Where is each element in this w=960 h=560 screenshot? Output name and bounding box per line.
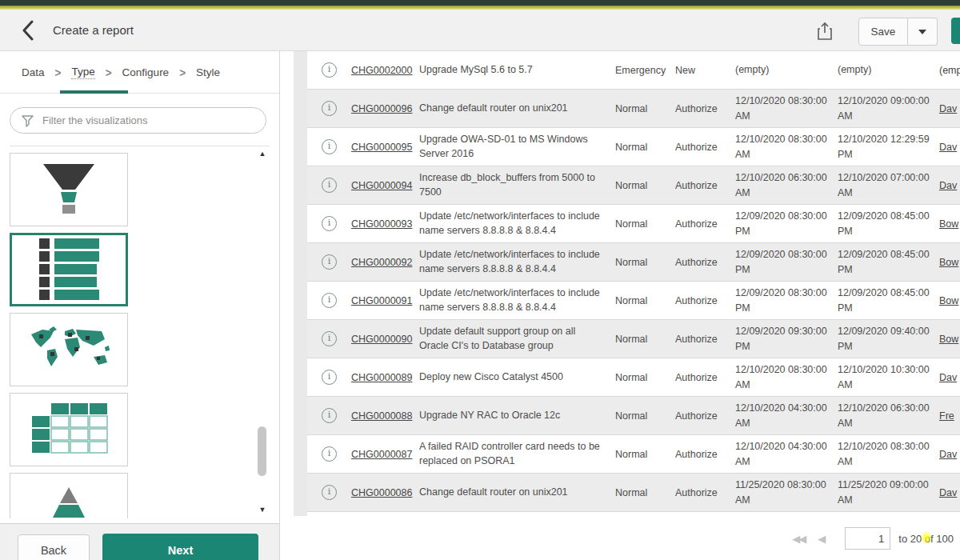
- info-icon[interactable]: i: [322, 408, 337, 423]
- record-assignee-link[interactable]: Bow: [939, 295, 958, 306]
- table-row: iCHG0000088Upgrade NY RAC to Oracle 12cN…: [307, 397, 960, 435]
- record-end-date: 12/10/2020 09:00:00 AM: [838, 94, 939, 124]
- record-number-link[interactable]: CHG0000096: [351, 103, 412, 114]
- record-start-date: 12/10/2020 04:30:00 AM: [735, 401, 838, 431]
- list-chart-icon: [28, 237, 110, 302]
- scroll-up-icon[interactable]: ▲: [258, 150, 267, 158]
- record-assignee-link[interactable]: Bow: [939, 257, 958, 268]
- save-caret-button[interactable]: [908, 18, 938, 46]
- page-input[interactable]: [845, 527, 890, 550]
- info-icon[interactable]: i: [322, 331, 337, 346]
- back-button[interactable]: Back: [18, 534, 90, 560]
- record-priority: Normal: [615, 142, 675, 153]
- viz-thumbnail-list[interactable]: [10, 233, 128, 306]
- record-assignee-link[interactable]: Bow: [939, 218, 958, 230]
- table-row: iCHG0000090Update default support group …: [307, 320, 960, 358]
- info-icon[interactable]: i: [322, 293, 337, 308]
- record-number-link[interactable]: CHG0000093: [351, 218, 412, 230]
- record-state: Authorize: [675, 257, 735, 268]
- record-priority: Normal: [615, 334, 675, 345]
- record-number-link[interactable]: CHG0002000: [351, 65, 412, 76]
- breadcrumb-item-configure[interactable]: Configure: [122, 66, 170, 78]
- record-start-date: 12/10/2020 08:30:00 AM: [735, 94, 838, 124]
- record-description: Deploy new Cisco Catalyst 4500: [419, 370, 615, 385]
- record-priority: Normal: [615, 487, 675, 498]
- record-assignee-link[interactable]: Dav: [939, 372, 957, 383]
- record-priority: Normal: [615, 180, 675, 191]
- info-icon[interactable]: i: [322, 446, 337, 462]
- record-assignee-link[interactable]: Dav: [939, 180, 957, 191]
- primary-action-sliver-button[interactable]: [951, 18, 960, 44]
- record-start-date: 12/10/2020 06:30:00 AM: [735, 170, 838, 201]
- record-priority: Normal: [615, 257, 675, 268]
- info-icon[interactable]: i: [322, 62, 337, 78]
- record-start-date: 11/25/2020 08:30:00 AM: [735, 478, 838, 508]
- info-icon[interactable]: i: [322, 370, 337, 385]
- records-table: iCHG0002000Upgrade MySql 5.6 to 5.7Emerg…: [307, 51, 960, 512]
- breadcrumb-item-style[interactable]: Style: [196, 66, 220, 78]
- record-assignee-link[interactable]: Dav: [939, 103, 957, 114]
- next-button[interactable]: Next: [102, 534, 258, 560]
- record-number-link[interactable]: CHG0000094: [351, 180, 412, 191]
- record-priority: Normal: [615, 410, 675, 422]
- record-number-link[interactable]: CHG0000088: [351, 410, 412, 422]
- info-icon[interactable]: i: [322, 139, 337, 154]
- info-icon[interactable]: i: [322, 101, 337, 116]
- record-state: Authorize: [675, 295, 735, 306]
- scrollbar-thumb[interactable]: [258, 426, 266, 476]
- record-number-link[interactable]: CHG0000091: [351, 295, 412, 306]
- record-end-date: 12/09/2020 08:45:00 PM: [838, 209, 939, 239]
- record-state: Authorize: [675, 410, 735, 422]
- record-state: Authorize: [675, 103, 735, 114]
- pyramid-chart-icon: [29, 484, 109, 518]
- first-page-icon[interactable]: ◀◀: [792, 533, 805, 545]
- filter-funnel-icon: [21, 114, 35, 128]
- table-row: iCHG0000087A failed RAID controller card…: [307, 435, 960, 474]
- sidebar-footer: Back Next: [0, 523, 279, 560]
- record-end-date: 11/25/2020 09:00:00 AM: [838, 478, 939, 508]
- chevron-separator-icon: >: [106, 65, 112, 78]
- breadcrumb-item-data[interactable]: Data: [22, 66, 45, 78]
- record-assignee-link[interactable]: Dav: [939, 449, 957, 460]
- record-start-date: 12/09/2020 08:30:00 PM: [735, 286, 838, 316]
- record-state: Authorize: [675, 180, 735, 191]
- record-number-link[interactable]: CHG0000087: [351, 449, 412, 460]
- record-number-link[interactable]: CHG0000095: [351, 142, 412, 153]
- record-assignee-link[interactable]: Bow: [939, 334, 958, 345]
- info-icon[interactable]: i: [322, 178, 337, 193]
- record-number-link[interactable]: CHG0000086: [351, 487, 412, 498]
- table-row: iCHG0000086Change default router on unix…: [307, 474, 960, 512]
- record-state: Authorize: [675, 449, 735, 460]
- info-icon[interactable]: i: [322, 485, 337, 500]
- record-assignee-link[interactable]: Fre: [939, 410, 954, 422]
- record-start-date: 12/10/2020 08:30:00 AM: [735, 132, 838, 162]
- viz-thumbnail-pyramid[interactable]: [10, 473, 128, 518]
- record-number-link[interactable]: CHG0000090: [351, 334, 412, 345]
- record-number-link[interactable]: CHG0000092: [351, 257, 412, 268]
- viz-thumbnail-grid[interactable]: [10, 393, 128, 466]
- info-icon[interactable]: i: [322, 216, 337, 231]
- table-row: iCHG0000095Upgrade OWA-SD-01 to MS Windo…: [307, 128, 960, 166]
- breadcrumb-item-type[interactable]: Type: [71, 66, 94, 79]
- record-number-link[interactable]: CHG0000089: [351, 372, 412, 383]
- content: iCHG0002000Upgrade MySql 5.6 to 5.7Emerg…: [281, 51, 960, 560]
- viz-thumbnail-map[interactable]: [10, 313, 128, 386]
- header: Create a report Save: [0, 10, 960, 51]
- record-assignee-link[interactable]: Dav: [939, 487, 957, 498]
- record-description: A failed RAID controller card needs to b…: [419, 440, 615, 469]
- share-icon[interactable]: [815, 21, 834, 42]
- filter-input[interactable]: [10, 107, 266, 134]
- scroll-down-icon[interactable]: ▼: [258, 506, 267, 514]
- caret-down-icon: [918, 30, 926, 34]
- previous-page-icon[interactable]: ◀: [818, 533, 826, 545]
- back-chevron-icon[interactable]: [18, 19, 38, 42]
- sidebar-scrollbar[interactable]: ▲ ▼: [255, 148, 270, 518]
- info-icon[interactable]: i: [322, 254, 337, 270]
- record-end-date: 12/10/2020 07:00:00 AM: [838, 170, 939, 201]
- record-assignee-link[interactable]: Dav: [939, 142, 957, 153]
- record-start-date: 12/09/2020 08:30:00 PM: [735, 209, 838, 239]
- record-end-date: 12/10/2020 06:30:00 AM: [838, 401, 939, 431]
- save-button[interactable]: Save: [858, 18, 908, 46]
- record-state: Authorize: [675, 487, 735, 498]
- viz-thumbnail-funnel[interactable]: [10, 153, 128, 226]
